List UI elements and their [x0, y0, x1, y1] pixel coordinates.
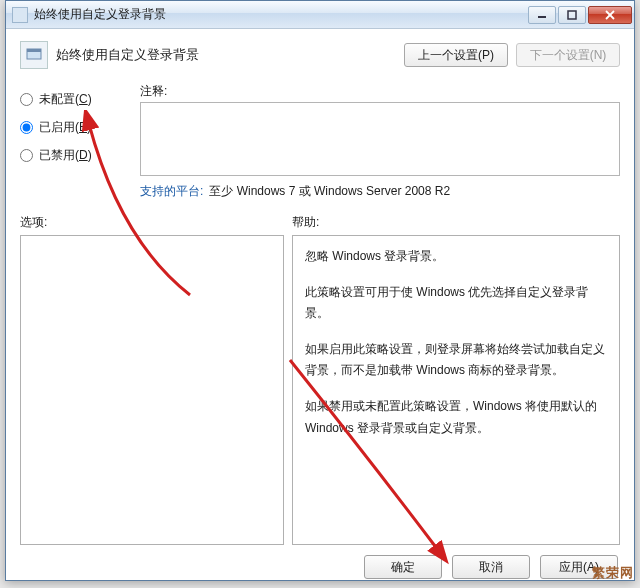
radio-enabled-input[interactable] [20, 121, 33, 134]
radio-group: 未配置(C) 已启用(E) 已禁用(D) [20, 83, 132, 169]
radio-not-configured-input[interactable] [20, 93, 33, 106]
watermark: 繁荣网 [592, 564, 634, 582]
options-section-label: 选项: [20, 214, 292, 231]
maximize-button[interactable] [558, 6, 586, 24]
help-section-label: 帮助: [292, 214, 319, 231]
help-text: 如果启用此策略设置，则登录屏幕将始终尝试加载自定义背景，而不是加载带 Windo… [305, 339, 607, 382]
note-textarea[interactable] [140, 102, 620, 176]
window-title: 始终使用自定义登录背景 [34, 6, 528, 23]
prev-setting-button[interactable]: 上一个设置(P) [404, 43, 508, 67]
radio-not-configured[interactable]: 未配置(C) [20, 85, 132, 113]
close-button[interactable] [588, 6, 632, 24]
ok-button[interactable]: 确定 [364, 555, 442, 579]
app-icon [12, 7, 28, 23]
help-text: 如果禁用或未配置此策略设置，Windows 将使用默认的 Windows 登录背… [305, 396, 607, 439]
svg-rect-1 [568, 11, 576, 19]
svg-rect-5 [27, 49, 41, 52]
dialog-window: 始终使用自定义登录背景 始终使用自定义登录背景 上一个设置(P) 下一个设置(N… [5, 0, 635, 581]
radio-disabled-input[interactable] [20, 149, 33, 162]
cancel-button[interactable]: 取消 [452, 555, 530, 579]
radio-enabled[interactable]: 已启用(E) [20, 113, 132, 141]
options-pane [20, 235, 284, 545]
minimize-button[interactable] [528, 6, 556, 24]
help-text: 此策略设置可用于使 Windows 优先选择自定义登录背景。 [305, 282, 607, 325]
help-text: 忽略 Windows 登录背景。 [305, 246, 607, 268]
platform-value: 至少 Windows 7 或 Windows Server 2008 R2 [209, 183, 450, 200]
next-setting-button[interactable]: 下一个设置(N) [516, 43, 620, 67]
note-label: 注释: [140, 83, 620, 100]
platform-label: 支持的平台: [140, 183, 203, 200]
help-pane: 忽略 Windows 登录背景。 此策略设置可用于使 Windows 优先选择自… [292, 235, 620, 545]
radio-disabled[interactable]: 已禁用(D) [20, 141, 132, 169]
titlebar[interactable]: 始终使用自定义登录背景 [6, 1, 634, 29]
policy-title: 始终使用自定义登录背景 [56, 46, 396, 64]
policy-icon [20, 41, 48, 69]
